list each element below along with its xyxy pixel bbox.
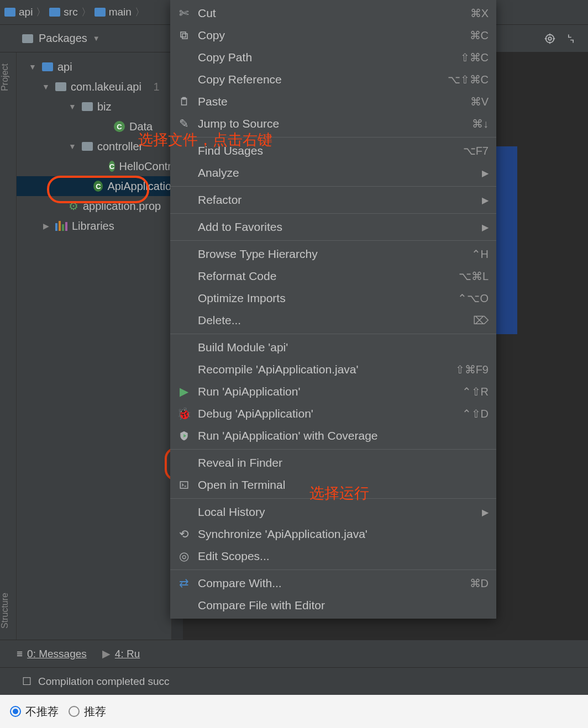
collapse-icon[interactable] [565, 33, 577, 45]
coverage-icon [177, 430, 191, 441]
menu-separator [170, 213, 496, 214]
left-tool-rail: Project Structure [0, 52, 17, 640]
menu-copy-reference[interactable]: Copy Reference⌥⇧⌘C [170, 68, 496, 91]
submenu-arrow-icon: ▶ [482, 195, 489, 205]
folder-icon [4, 8, 15, 17]
submenu-arrow-icon: ▶ [482, 168, 489, 178]
menu-recompile[interactable]: Recompile 'ApiApplication.java'⇧⌘F9 [170, 358, 496, 381]
packages-label: Packages [39, 32, 87, 45]
run-icon: ▶ [102, 647, 111, 660]
menu-local-history[interactable]: Local History▶ [170, 501, 496, 523]
chevron-down-icon: ▼ [93, 34, 100, 43]
folder-icon [49, 8, 60, 17]
packages-dropdown[interactable]: Packages ▼ [22, 32, 100, 45]
annotation-text-1: 选择文件，点击右键 [138, 130, 272, 150]
menu-analyze[interactable]: Analyze▶ [170, 162, 496, 184]
svg-rect-6 [180, 482, 188, 488]
menu-optimize-imports[interactable]: Optimize Imports⌃⌥O [170, 287, 496, 309]
breadcrumb-item-api[interactable]: api [4, 6, 33, 18]
menu-run[interactable]: ▶Run 'ApiApplication'⌃⇧R [170, 381, 496, 403]
tree-node-package[interactable]: com.lakeui.api 1 [17, 77, 171, 97]
status-bar: ☐ Compilation completed succ [0, 667, 588, 695]
annotation-highlight-1 [47, 176, 149, 203]
messages-icon: ≡ [17, 648, 23, 660]
radio-recommended[interactable]: 推荐 [69, 704, 106, 719]
menu-paste[interactable]: Paste⌘V [170, 91, 496, 113]
context-menu: ✄Cut⌘X Copy⌘C Copy Path⇧⌘C Copy Referenc… [170, 0, 496, 619]
package-icon [82, 102, 93, 111]
menu-separator [170, 569, 496, 570]
menu-edit-scopes[interactable]: ◎Edit Scopes... [170, 545, 496, 567]
folder-icon [22, 34, 33, 43]
menu-delete[interactable]: Delete...⌦ [170, 309, 496, 331]
breadcrumb-item-src[interactable]: src [49, 6, 77, 18]
bottom-tool-bar: ≡0: Messages ▶4: Ru [0, 640, 588, 667]
class-icon: C [114, 121, 125, 132]
folder-icon [95, 8, 106, 17]
package-icon [82, 142, 93, 151]
menu-cut[interactable]: ✄Cut⌘X [170, 2, 496, 24]
radio-icon [69, 706, 80, 717]
target-icon[interactable] [544, 33, 556, 45]
menu-add-favorites[interactable]: Add to Favorites▶ [170, 216, 496, 238]
tab-run[interactable]: ▶4: Ru [102, 647, 140, 660]
tree-node-biz[interactable]: biz [17, 97, 171, 117]
svg-rect-2 [182, 34, 187, 39]
menu-refactor[interactable]: Refactor▶ [170, 189, 496, 211]
menu-run-coverage[interactable]: Run 'ApiApplication' with Coverage [170, 425, 496, 447]
menu-copy-path[interactable]: Copy Path⇧⌘C [170, 46, 496, 68]
footer-bar: 不推荐 推荐 [0, 695, 588, 728]
status-text: Compilation completed succ [38, 676, 170, 688]
radio-icon [10, 706, 21, 717]
terminal-icon [177, 480, 191, 490]
compare-icon: ⇄ [177, 577, 191, 590]
chevron-right-icon: 〉 [36, 6, 46, 19]
annotation-text-2: 选择运行 [309, 483, 369, 503]
tab-messages[interactable]: ≡0: Messages [17, 648, 87, 660]
class-icon: C [109, 161, 114, 172]
menu-separator [170, 334, 496, 334]
module-icon [42, 62, 53, 71]
copy-icon [177, 30, 191, 40]
breadcrumb-label: api [19, 6, 33, 18]
radio-not-recommended[interactable]: 不推荐 [10, 704, 59, 719]
menu-separator [170, 186, 496, 187]
menu-separator [170, 449, 496, 450]
rail-project-label[interactable]: Project [0, 64, 16, 91]
breadcrumb-label: main [109, 6, 132, 18]
menu-compare-editor[interactable]: Compare File with Editor [170, 594, 496, 616]
sync-icon: ⟲ [177, 527, 191, 541]
libraries-icon [55, 221, 67, 231]
menu-debug[interactable]: 🐞Debug 'ApiApplication'⌃⇧D [170, 403, 496, 425]
tree-node-api[interactable]: api [17, 57, 171, 77]
submenu-arrow-icon: ▶ [482, 507, 489, 518]
svg-point-0 [546, 34, 554, 43]
rail-structure-label[interactable]: Structure [0, 593, 16, 629]
debug-icon: 🐞 [177, 407, 191, 420]
chevron-right-icon: 〉 [135, 6, 145, 19]
run-icon: ▶ [177, 385, 191, 398]
menu-separator [170, 240, 496, 241]
menu-compare-with[interactable]: ⇄Compare With...⌘D [170, 572, 496, 594]
breadcrumb-item-main[interactable]: main [95, 6, 132, 18]
menu-build-module[interactable]: Build Module 'api' [170, 336, 496, 358]
menu-reformat-code[interactable]: Reformat Code⌥⌘L [170, 265, 496, 287]
svg-rect-3 [181, 32, 186, 37]
menu-copy[interactable]: Copy⌘C [170, 24, 496, 46]
package-icon [55, 82, 66, 91]
menu-browse-hierarchy[interactable]: Browse Type Hierarchy⌃H [170, 243, 496, 265]
tree-node-libraries[interactable]: Libraries [17, 216, 171, 236]
chevron-right-icon: 〉 [81, 6, 91, 19]
cut-icon: ✄ [177, 7, 191, 20]
edit-icon: ✎ [177, 117, 191, 130]
paste-icon [177, 97, 191, 107]
breadcrumb-label: src [64, 6, 77, 18]
submenu-arrow-icon: ▶ [482, 222, 489, 233]
status-icon: ☐ [22, 675, 32, 688]
tree-node-hello[interactable]: CHelloContr [17, 156, 171, 176]
menu-synchronize[interactable]: ⟲Synchronize 'ApiApplication.java' [170, 523, 496, 545]
svg-point-1 [548, 37, 552, 40]
menu-reveal-finder[interactable]: Reveal in Finder [170, 452, 496, 474]
scopes-icon: ◎ [177, 550, 191, 563]
